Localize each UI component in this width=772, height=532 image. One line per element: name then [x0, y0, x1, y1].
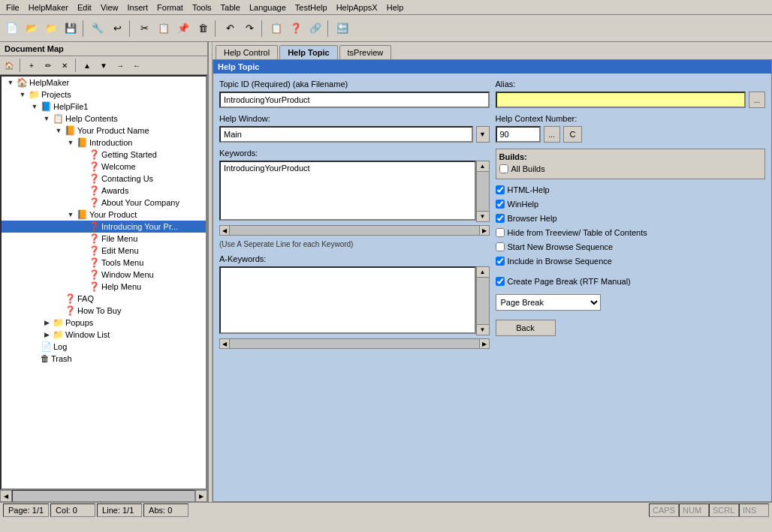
- menu-view[interactable]: View: [96, 2, 123, 14]
- tree-item-contacting-us[interactable]: ❓ Contacting Us: [2, 173, 206, 185]
- scroll-left-btn[interactable]: ◀: [0, 490, 12, 502]
- panel-add[interactable]: +: [24, 58, 39, 73]
- context-dots-btn[interactable]: ...: [544, 126, 560, 143]
- akw-scroll-right[interactable]: ▶: [479, 338, 490, 349]
- toolbar-undo[interactable]: ↶: [221, 20, 239, 38]
- menu-format[interactable]: Format: [152, 2, 188, 14]
- menu-helpmaker[interactable]: HelpMaker: [24, 2, 73, 14]
- toolbar-cut[interactable]: ✂: [135, 20, 153, 38]
- tab-tspreview[interactable]: tsPreview: [339, 45, 392, 59]
- tree-item-help-contents[interactable]: ▼ 📋 Help Contents: [2, 113, 206, 125]
- menu-table[interactable]: Table: [216, 2, 245, 14]
- panel-up[interactable]: ▲: [80, 58, 95, 73]
- tree-item-awards[interactable]: ❓ Awards: [2, 185, 206, 197]
- topic-id-input[interactable]: [219, 92, 490, 108]
- tree-item-faq[interactable]: ❓ FAQ: [2, 293, 206, 305]
- toolbar-delete[interactable]: 🗑: [194, 20, 212, 38]
- tree-item-about-company[interactable]: ❓ About Your Company: [2, 197, 206, 209]
- menu-edit[interactable]: Edit: [73, 2, 96, 14]
- include-browse-checkbox[interactable]: [496, 257, 505, 266]
- toolbar-paste[interactable]: 📌: [174, 20, 192, 38]
- tree-item-how-to-buy[interactable]: ❓ How To Buy: [2, 305, 206, 317]
- panel-down[interactable]: ▼: [96, 58, 111, 73]
- toolbar-topic[interactable]: 📋: [267, 20, 285, 38]
- panel-indent[interactable]: →: [113, 58, 128, 73]
- toolbar-copy[interactable]: 📋: [155, 20, 173, 38]
- tree-item-introduction[interactable]: ▼ 📙 Introduction: [2, 137, 206, 149]
- keywords-scrollbar[interactable]: ▲ ▼: [476, 161, 490, 222]
- tree-item-popups[interactable]: ▶ 📁 Popups: [2, 317, 206, 329]
- panel-outdent[interactable]: ←: [129, 58, 144, 73]
- tree-item-introducing[interactable]: ❓ Introducing Your Pr...: [2, 221, 206, 233]
- tree-item-window-list[interactable]: ▶ 📁 Window List: [2, 329, 206, 341]
- panel-edit[interactable]: ✏: [41, 58, 56, 73]
- menu-file[interactable]: File: [2, 2, 24, 14]
- menu-tools[interactable]: Tools: [188, 2, 216, 14]
- browser-help-checkbox[interactable]: [496, 214, 505, 223]
- start-browse-checkbox[interactable]: [496, 242, 505, 251]
- win-help-checkbox[interactable]: [496, 200, 505, 209]
- left-h-scrollbar[interactable]: ◀ ▶: [0, 490, 207, 502]
- tree-item-log[interactable]: 📄 Log: [2, 341, 206, 353]
- html-help-checkbox[interactable]: [496, 185, 505, 194]
- scroll-track[interactable]: [12, 490, 195, 502]
- tree-item-welcome[interactable]: ❓ Welcome: [2, 161, 206, 173]
- toolbar-save[interactable]: 💾: [62, 20, 80, 38]
- panel-btn1[interactable]: 🏠: [2, 58, 17, 73]
- tree-item-projects[interactable]: ▼ 📁 Projects: [2, 89, 206, 101]
- toolbar-back[interactable]: 🔙: [333, 20, 351, 38]
- tree-item-getting-started[interactable]: ❓ Getting Started: [2, 149, 206, 161]
- scroll-right-btn[interactable]: ▶: [195, 490, 207, 502]
- panel-delete[interactable]: ✕: [57, 58, 72, 73]
- alias-dots-btn[interactable]: ...: [749, 92, 765, 108]
- akw-scroll-left[interactable]: ◀: [219, 338, 230, 349]
- help-window-dropdown[interactable]: ▼: [476, 126, 490, 143]
- tab-help-topic[interactable]: Help Topic: [279, 45, 337, 59]
- menu-helpappsx[interactable]: HelpAppsX: [332, 2, 382, 14]
- tree-item-edit-menu[interactable]: ❓ Edit Menu: [2, 245, 206, 257]
- help-window-input[interactable]: [219, 126, 473, 143]
- tree-item-product-name[interactable]: ▼ 📙 Your Product Name: [2, 125, 206, 137]
- akeywords-textarea[interactable]: [219, 266, 476, 334]
- keywords-h-scroll[interactable]: ◀ ▶: [219, 225, 490, 236]
- tree-item-your-product[interactable]: ▼ 📙 Your Product: [2, 209, 206, 221]
- hide-treeview-checkbox[interactable]: [496, 228, 505, 237]
- toolbar-open[interactable]: 📂: [23, 20, 41, 38]
- akw-scroll-down[interactable]: ▼: [477, 324, 489, 335]
- tree-item-help-menu[interactable]: ❓ Help Menu: [2, 281, 206, 293]
- menu-help[interactable]: Help: [382, 2, 409, 14]
- keywords-textarea[interactable]: IntroducingYourProduct: [219, 161, 476, 221]
- toolbar-btn5[interactable]: 🔧: [89, 20, 107, 38]
- toolbar-btn6[interactable]: ↩: [108, 20, 126, 38]
- toolbar-question[interactable]: ❓: [287, 20, 305, 38]
- tree-item-helpmaker[interactable]: ▼ 🏠 HelpMaker: [2, 77, 206, 89]
- kw-scroll-up[interactable]: ▲: [477, 161, 489, 172]
- document-tree[interactable]: ▼ 🏠 HelpMaker ▼ 📁 Projects ▼ 📘 HelpFile1…: [0, 75, 207, 490]
- toolbar-new[interactable]: 📄: [3, 20, 21, 38]
- toolbar-open2[interactable]: 📁: [42, 20, 60, 38]
- alias-input[interactable]: [496, 92, 746, 108]
- context-c-btn[interactable]: C: [563, 126, 583, 143]
- context-number-input[interactable]: [496, 126, 541, 143]
- toolbar-redo[interactable]: ↷: [240, 20, 258, 38]
- kw-scroll-right[interactable]: ▶: [479, 225, 490, 236]
- tab-help-control[interactable]: Help Control: [216, 45, 278, 59]
- all-builds-checkbox[interactable]: [499, 164, 508, 173]
- kw-scroll-left[interactable]: ◀: [219, 225, 230, 236]
- akeywords-scrollbar[interactable]: ▲ ▼: [476, 266, 490, 335]
- page-break-select[interactable]: Page Break No Break Section Break: [496, 294, 601, 311]
- page-break-checkbox[interactable]: [496, 277, 505, 286]
- akeywords-h-scroll[interactable]: ◀ ▶: [219, 338, 490, 349]
- menu-insert[interactable]: Insert: [123, 2, 153, 14]
- kw-scroll-down[interactable]: ▼: [477, 211, 489, 221]
- tree-item-trash[interactable]: 🗑 Trash: [2, 353, 206, 365]
- akw-scroll-up[interactable]: ▲: [477, 267, 489, 278]
- toolbar-link[interactable]: 🔗: [306, 20, 324, 38]
- menu-language[interactable]: Language: [245, 2, 291, 14]
- back-button[interactable]: Back: [496, 320, 556, 336]
- tree-item-window-menu[interactable]: ❓ Window Menu: [2, 269, 206, 281]
- tree-item-tools-menu[interactable]: ❓ Tools Menu: [2, 257, 206, 269]
- tree-item-file-menu[interactable]: ❓ File Menu: [2, 233, 206, 245]
- tree-item-helpfile1[interactable]: ▼ 📘 HelpFile1: [2, 101, 206, 113]
- menu-testhelp[interactable]: TestHelp: [291, 2, 332, 14]
